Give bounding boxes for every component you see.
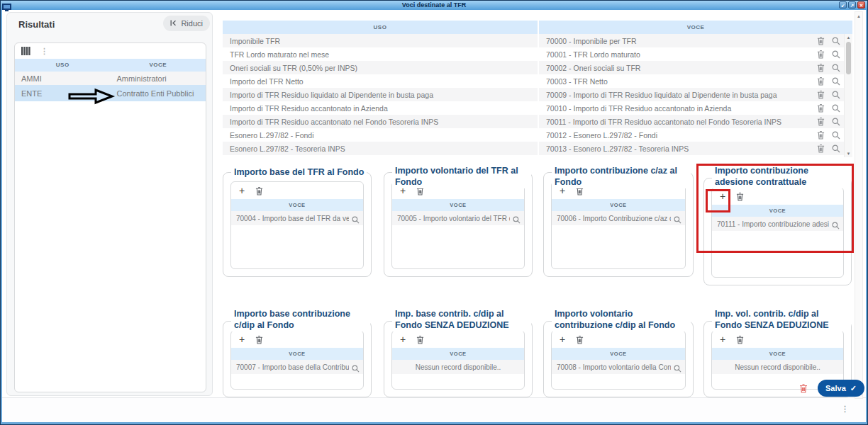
window-border-right (866, 10, 867, 424)
add-voce-button[interactable]: + (560, 334, 565, 344)
add-voce-button[interactable]: + (400, 334, 406, 344)
tfr-voci-table: USO VOCE Imponibile TFR 70000 - Imponibi… (223, 21, 852, 157)
card-voce-row[interactable]: 70006 - Importo Contribuzione c/az da ve… (552, 211, 685, 225)
delete-row-icon[interactable] (817, 103, 825, 113)
search-icon[interactable] (832, 104, 840, 113)
add-voce-button[interactable]: + (239, 334, 245, 344)
footer-menu-icon[interactable]: ⋮ (841, 404, 849, 414)
scrollbar-thumb[interactable] (846, 42, 851, 74)
delete-all-icon[interactable] (799, 383, 808, 395)
voce-cell: 70004 - Importo base del TFR da versare … (236, 215, 349, 222)
voce-cell: 70007 - Importo base della Contribuzione… (236, 363, 349, 371)
table-row[interactable]: Importo di TFR Residuo accantonato in Az… (223, 101, 852, 115)
table-row[interactable]: Importo di TFR Residuo accantonato nel F… (223, 115, 852, 128)
search-icon[interactable] (513, 214, 521, 227)
search-icon[interactable] (352, 363, 360, 375)
maximize-window-icon[interactable]: ↗ (848, 1, 856, 8)
delete-voce-button[interactable] (255, 335, 263, 344)
search-icon[interactable] (832, 91, 840, 99)
table-row[interactable]: Importo di TFR Residuo liquidato al Dipe… (223, 88, 852, 101)
delete-voce-button[interactable] (736, 335, 744, 344)
voce-column-header: VOCE (392, 199, 524, 211)
card-importo-volontario-contribuzione-cdip: Importo volontario contribuzione c/dip a… (543, 308, 694, 397)
delete-voce-button[interactable] (416, 335, 424, 344)
save-button[interactable]: Salva ✓ (818, 380, 864, 397)
uso-cell: Importo di TFR Residuo accantonato in Az… (223, 101, 538, 115)
table-row[interactable]: TFR Lordo maturato nel mese 70001 - TFR … (223, 47, 852, 61)
close-window-icon[interactable]: ✕ (857, 1, 865, 8)
delete-row-icon[interactable] (817, 76, 825, 86)
window-titlebar: Voci destinate al TFR ↙ ↗ ✕ (1, 1, 867, 10)
card-importo-contribuzione-caz-al-fondo: Importo contribuzione c/az al Fondo + VO… (543, 165, 694, 277)
delete-row-icon[interactable] (817, 50, 825, 59)
search-icon[interactable] (832, 144, 840, 153)
grid-menu-icon[interactable]: ⋮ (40, 47, 48, 55)
voce-cell: 70002 - Oneri sociali su TFR (539, 61, 852, 74)
card-title: Imp. base contrib. c/dip al Fondo SENZA … (392, 308, 531, 332)
add-voce-button[interactable]: + (720, 334, 725, 344)
card-voce-row[interactable]: 70005 - Importo volontario del TFR da ve… (392, 211, 524, 225)
delete-row-icon[interactable] (817, 90, 825, 99)
card-title: Importo contribuzione adesione contrattu… (712, 165, 851, 188)
scroll-down-icon[interactable]: ▼ (845, 151, 852, 157)
delete-row-icon[interactable] (817, 144, 825, 153)
voce-column-header: VOCE (552, 348, 685, 360)
delete-voce-button[interactable] (576, 335, 584, 344)
card-importo-base-tfr-al-fondo: Importo base del TFR al Fondo + VOCE 700… (223, 165, 372, 277)
columns-icon[interactable] (21, 47, 30, 55)
add-voce-button[interactable]: + (239, 186, 245, 196)
search-icon[interactable] (674, 214, 681, 227)
scroll-up-icon[interactable]: ▲ (855, 13, 862, 19)
table-row[interactable]: Esonero L.297/82 - Tesoreria INPS 70013 … (223, 142, 852, 155)
uso-column-header: USO (223, 21, 538, 34)
check-icon: ✓ (850, 384, 857, 393)
voce-column-header: VOCE (231, 348, 363, 360)
search-icon[interactable] (832, 50, 840, 59)
voce-cell: 70012 - Esonero L.297/82 - Fondi (539, 128, 852, 142)
voce-cell: 70006 - Importo Contribuzione c/az da ve… (557, 215, 671, 222)
delete-row-icon[interactable] (817, 63, 825, 72)
delete-row-icon[interactable] (817, 36, 825, 45)
card-voce-row[interactable]: 70008 - Importo volontario della Contrib… (552, 360, 685, 374)
collapse-left-icon (170, 19, 177, 28)
scroll-up-icon[interactable]: ▲ (845, 35, 852, 40)
table-row[interactable]: Importo del TFR Netto 70003 - TFR Netto (223, 74, 852, 88)
table-row[interactable]: Imponibile TFR 70000 - Imponibile per TF… (223, 34, 852, 47)
search-icon[interactable] (832, 118, 840, 126)
delete-voce-button[interactable] (255, 186, 263, 196)
voce-cell: 70010 - Importo di TFR Residuo accantona… (539, 101, 852, 115)
table-row[interactable]: Oneri sociali su TFR (0,50% per INPS) 70… (223, 61, 852, 74)
results-row-ammi[interactable]: AMMI Amministratori (15, 72, 206, 85)
search-icon[interactable] (674, 363, 681, 375)
delete-row-icon[interactable] (817, 130, 825, 140)
delete-row-icon[interactable] (817, 117, 825, 126)
search-icon[interactable] (352, 214, 360, 227)
card-voce-row[interactable]: 70007 - Importo base della Contribuzione… (231, 360, 363, 374)
content-scrollbar[interactable]: ▲ ▼ (855, 11, 863, 399)
search-icon[interactable] (832, 77, 840, 86)
card-importo-base-contribuzione-cdip: Importo base contribuzione c/dip al Fond… (223, 308, 372, 397)
card-voce-row[interactable]: 70004 - Importo base del TFR da versare … (231, 211, 363, 225)
voce-column-header: VOCE (539, 21, 852, 34)
results-grid-header: USO VOCE (15, 59, 206, 72)
delete-voce-button[interactable] (736, 192, 744, 201)
search-icon[interactable] (832, 220, 840, 232)
add-voce-button[interactable]: + (720, 191, 725, 201)
restore-window-icon[interactable]: ↙ (839, 1, 847, 8)
window-border-bottom (1, 422, 867, 424)
voce-cell: 70001 - TFR Lordo maturato (539, 47, 852, 61)
table-scrollbar[interactable]: ▲ ▼ (844, 34, 852, 157)
table-row[interactable]: Esonero L.297/82 - Fondi 70012 - Esonero… (223, 128, 852, 142)
search-icon[interactable] (832, 131, 840, 140)
card-title: Importo contribuzione c/az al Fondo (552, 165, 691, 188)
empty-text: Nessun record disponibile.. (416, 363, 501, 371)
card-voce-row[interactable]: 70111 - Importo contribuzione adesione c… (712, 217, 843, 231)
search-icon[interactable] (832, 64, 840, 72)
collapse-panel-button[interactable]: Riduci (163, 16, 210, 31)
voce-column-header: VOCE (712, 205, 843, 217)
card-title: Importo base del TFR al Fondo (231, 166, 367, 178)
voce-cell: 70000 - Imponibile per TFR (539, 34, 852, 47)
search-icon[interactable] (832, 37, 840, 45)
uso-cell: AMMI (15, 74, 111, 83)
uso-cell: Importo di TFR Residuo liquidato al Dipe… (223, 88, 538, 101)
